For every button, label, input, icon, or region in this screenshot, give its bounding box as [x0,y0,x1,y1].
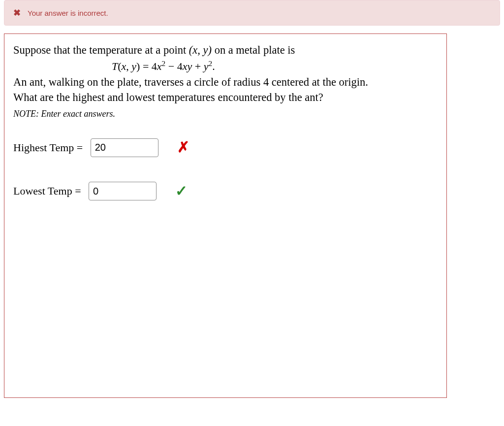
formula-x2: x [157,61,162,73]
incorrect-alert: ✖ Your answer is incorrect. [4,0,500,26]
formula-xy: x [183,61,188,73]
question-text: Suppose that the temperature at a point … [13,43,438,120]
text-part: on a metal plate is [212,44,295,56]
highest-temp-row: Highest Temp = ✗ [13,137,438,158]
highest-temp-input[interactable] [91,138,158,157]
lowest-temp-input[interactable] [89,182,157,200]
close-icon: ✖ [13,7,21,18]
lowest-temp-label: Lowest Temp = [13,184,84,198]
alert-message: Your answer is incorrect. [28,9,108,17]
text-line: An ant, walking on the plate, traverses … [13,75,438,90]
highest-temp-label: Highest Temp = [13,140,86,155]
formula-part: + [192,61,203,73]
text-line: What are the highest and lowest temperat… [13,90,438,105]
lowest-temp-row: Lowest Temp = ✓ [13,181,438,201]
formula-x: x [122,61,126,73]
text-part: Suppose that the temperature at a point [13,44,189,56]
formula-y: y [131,61,136,73]
formula-part: ( [118,61,121,73]
formula-y2: y [204,61,209,73]
note: NOTE: Enter exact answers. [13,108,438,120]
formula: T(x, y) = 4x2 − 4xy + y2. [112,59,438,74]
formula-xy: y [188,61,192,73]
formula-T: T [112,61,118,73]
check-mark-icon: ✓ [175,181,188,201]
formula-part: ) = 4 [136,61,157,73]
x-mark-icon: ✗ [177,137,189,158]
formula-part: , [126,61,131,73]
question-panel: Suppose that the temperature at a point … [4,33,447,398]
formula-part: − 4 [165,61,182,73]
formula-part: . [212,61,215,73]
